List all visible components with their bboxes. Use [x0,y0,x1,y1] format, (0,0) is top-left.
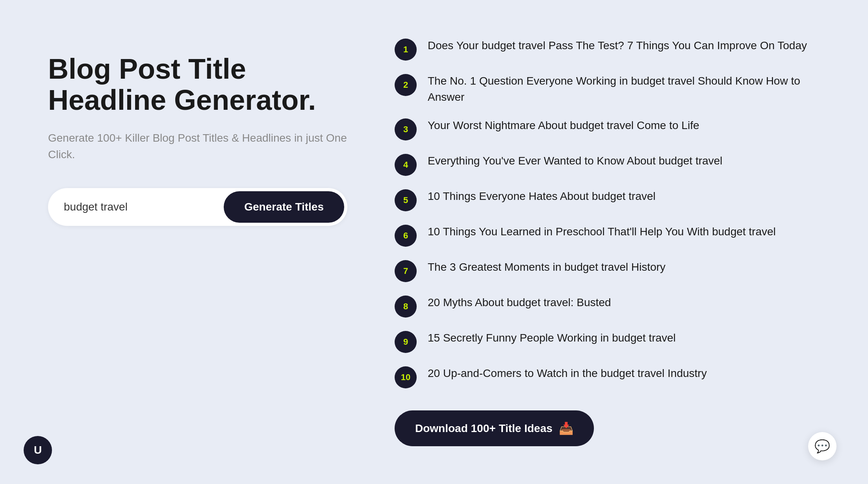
item-text: Everything You've Ever Wanted to Know Ab… [428,153,722,169]
title-item: 1Does Your budget travel Pass The Test? … [395,38,820,61]
content-wrapper: Blog Post Title Headline Generator. Gene… [48,38,820,446]
item-text: 15 Secretly Funny People Working in budg… [428,330,676,346]
page-container: Blog Post Title Headline Generator. Gene… [0,0,868,484]
titles-list: 1Does Your budget travel Pass The Test? … [395,38,820,388]
item-number: 9 [395,331,417,353]
chat-icon: 💬 [814,439,830,454]
title-item: 4Everything You've Ever Wanted to Know A… [395,153,820,176]
title-item: 2The No. 1 Question Everyone Working in … [395,73,820,105]
subtitle: Generate 100+ Killer Blog Post Titles & … [48,130,347,163]
item-text: The 3 Greatest Moments in budget travel … [428,259,666,275]
item-text: 20 Up-and-Comers to Watch in the budget … [428,366,707,382]
download-button-label: Download 100+ Title Ideas [415,422,553,435]
main-title: Blog Post Title Headline Generator. [48,54,347,116]
avatar-initial: U [34,444,42,456]
title-item: 510 Things Everyone Hates About budget t… [395,188,820,211]
title-item: 610 Things You Learned in Preschool That… [395,224,820,247]
generate-button[interactable]: Generate Titles [224,191,344,223]
input-group: Generate Titles [48,188,347,226]
chat-bubble[interactable]: 💬 [808,432,836,460]
download-button[interactable]: Download 100+ Title Ideas 📥 [395,410,594,446]
keyword-input[interactable] [64,201,224,213]
item-number: 10 [395,366,417,388]
title-item: 1020 Up-and-Comers to Watch in the budge… [395,366,820,388]
item-number: 6 [395,225,417,247]
item-text: The No. 1 Question Everyone Working in b… [428,73,820,105]
item-number: 3 [395,118,417,140]
item-text: Your Worst Nightmare About budget travel… [428,118,699,134]
title-item: 915 Secretly Funny People Working in bud… [395,330,820,353]
item-number: 7 [395,260,417,282]
title-item: 7The 3 Greatest Moments in budget travel… [395,259,820,282]
item-text: Does Your budget travel Pass The Test? 7… [428,38,807,54]
bottom-left-avatar[interactable]: U [24,436,52,464]
item-number: 4 [395,154,417,176]
item-text: 10 Things You Learned in Preschool That'… [428,224,776,240]
item-number: 2 [395,74,417,96]
left-panel: Blog Post Title Headline Generator. Gene… [48,38,347,226]
item-text: 20 Myths About budget travel: Busted [428,295,611,311]
item-number: 1 [395,39,417,61]
item-number: 8 [395,296,417,318]
item-text: 10 Things Everyone Hates About budget tr… [428,188,656,205]
right-panel: 1Does Your budget travel Pass The Test? … [395,38,820,446]
title-item: 820 Myths About budget travel: Busted [395,295,820,318]
title-item: 3Your Worst Nightmare About budget trave… [395,118,820,140]
item-number: 5 [395,189,417,211]
download-icon: 📥 [559,421,573,435]
